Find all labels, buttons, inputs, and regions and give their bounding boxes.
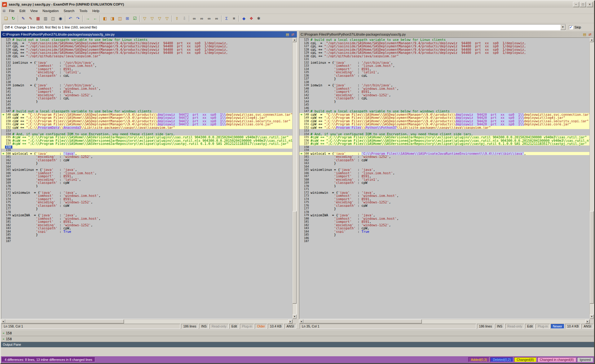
code-line: 180 'iomhost' : 'windows.iom.host',	[1, 217, 292, 220]
find-first-diff-button[interactable]: ∞	[191, 15, 198, 22]
minimize-button[interactable]: −	[573, 2, 579, 7]
menu-search[interactable]: Search	[61, 8, 77, 13]
table-view-button[interactable]: ⊞	[124, 15, 131, 22]
filter-changed-button[interactable]: ▽	[156, 15, 163, 22]
code-line: 143 'classpath' : cpL	[1, 97, 292, 100]
restore-button[interactable]: □	[580, 2, 586, 7]
line-number: 163	[303, 162, 311, 165]
menu-view[interactable]: View	[28, 8, 40, 13]
print-button[interactable]: ▥	[42, 15, 49, 22]
statistics-button[interactable]: Σ	[223, 15, 230, 22]
code-text: 'iomhost' : 'linux.iom.host',	[311, 64, 589, 67]
code-text: 'classpath' : cpL	[311, 97, 589, 100]
show-options-button[interactable]: ☑	[131, 15, 139, 22]
recompare-button[interactable]: ↻	[10, 15, 17, 22]
redo-button[interactable]: ↷	[74, 15, 82, 22]
filter-added-button[interactable]: ▽	[141, 15, 148, 22]
list-report-button[interactable]: ≡	[230, 15, 238, 22]
right-scroll-right-icon[interactable]: ►	[585, 319, 590, 323]
right-vscroll-track[interactable]	[590, 42, 594, 314]
left-edit-indicator[interactable]: Edit	[229, 324, 239, 329]
left-vscroll-thumb[interactable]	[293, 211, 297, 304]
menu-edit[interactable]: Edit	[17, 8, 28, 13]
left-hscroll-track[interactable]	[5, 319, 288, 323]
filter-deleted-button[interactable]: ▽	[148, 15, 156, 22]
left-hscrollbar[interactable]: ◄ ►	[1, 319, 297, 323]
marker-gutter	[299, 64, 303, 67]
close-button[interactable]: ×	[587, 2, 593, 7]
marker-gutter	[299, 116, 303, 119]
right-pane-header[interactable]: C:\Program Files\Python\Python37\Lib\sit…	[299, 31, 594, 37]
right-editor[interactable]: 125# build out a local classpath variabl…	[299, 37, 594, 319]
code-segment	[12, 178, 36, 181]
code-segment: 'encoding'	[334, 201, 354, 204]
filter-added-icon: ▽	[143, 16, 146, 21]
combo-dropdown-icon[interactable]: ▼	[560, 24, 566, 30]
left-scroll-up-icon[interactable]: ▲	[293, 38, 297, 42]
code-segment: 'classpath'	[36, 158, 58, 162]
code-segment: 'windows-1252'	[63, 155, 91, 158]
right-scroll-up-icon[interactable]: ▲	[590, 38, 594, 42]
menu-tools[interactable]: Tools	[77, 8, 90, 13]
right-edit-indicator[interactable]: Edit	[525, 324, 535, 329]
left-hscroll-thumb[interactable]	[5, 319, 124, 323]
save-button[interactable]: ▦	[34, 15, 42, 22]
left-scroll-left-icon[interactable]: ◄	[1, 319, 5, 323]
view-first-only-button[interactable]: ◧	[101, 15, 109, 22]
right-file-actions-icon[interactable]: ⇄	[587, 32, 593, 37]
filter-ignored-button[interactable]: ▽	[163, 15, 171, 22]
right-vscrollbar[interactable]: ▲ ▼	[589, 38, 594, 319]
colors-button[interactable]: ❖	[248, 15, 255, 22]
menu-file[interactable]: File	[7, 8, 17, 13]
undo-button[interactable]: ↶	[67, 15, 74, 22]
right-scroll-down-icon[interactable]: ▼	[590, 314, 594, 319]
left-open-file-icon[interactable]: ▤	[285, 32, 290, 37]
view-split-button[interactable]: ◫	[116, 15, 124, 22]
output-pane-caption[interactable]: Output Pane	[1, 342, 594, 347]
go-prev-button[interactable]: ←	[91, 15, 99, 22]
code-segment: ,	[524, 152, 526, 155]
left-scroll-down-icon[interactable]: ▼	[293, 314, 297, 319]
left-file-actions-icon[interactable]: ⇄	[290, 32, 295, 37]
right-open-file-icon[interactable]: ▤	[582, 32, 587, 37]
current-diff-combobox[interactable]: Diff 4: Change 1 line (160, first file) …	[3, 24, 566, 30]
code-segment: winiomwin = {	[12, 191, 40, 194]
find-next-diff-button[interactable]: ∞	[205, 15, 213, 22]
right-hscroll-track[interactable]	[303, 319, 585, 323]
options-button[interactable]: ✱	[255, 15, 262, 22]
right-scroll-left-icon[interactable]: ◄	[299, 319, 303, 323]
find-button[interactable]: ◉	[57, 15, 64, 22]
plugins-button[interactable]: ◆	[240, 15, 248, 22]
left-vscroll-track[interactable]	[293, 42, 297, 314]
find-prev-diff-button[interactable]: ∞	[198, 15, 205, 22]
titlebar[interactable]: ⇄ sascfg_sav.py | sascfg.py - ExamDiff P…	[1, 1, 594, 8]
left-vscrollbar[interactable]: ▲ ▼	[292, 38, 297, 319]
left-editor[interactable]: 125# build out a local classpath variabl…	[1, 37, 297, 319]
right-hscroll-thumb[interactable]	[303, 319, 422, 323]
next-diff-button[interactable]: ⇩	[181, 15, 188, 22]
code-segment	[311, 171, 334, 175]
edit-second-file-button[interactable]: ✎	[27, 15, 34, 22]
menu-help[interactable]: Help	[90, 8, 102, 13]
compare-button[interactable]: ❏	[2, 15, 10, 22]
right-pane-statusbar: Ln 35, Col 1 186 lines INS Read-only Edi…	[299, 323, 594, 329]
print-preview-button[interactable]: ◫	[49, 15, 57, 22]
code-segment: 'encoding'	[334, 178, 354, 181]
code-segment: 'windows-1252'	[63, 201, 91, 204]
menu-navigation[interactable]: Navigation	[40, 8, 61, 13]
right-hscrollbar[interactable]: ◄ ►	[299, 319, 594, 323]
view-second-only-button[interactable]: ◨	[109, 15, 116, 22]
code-segment: # build out a local classpath variable t…	[12, 110, 152, 113]
prev-diff-button[interactable]: ⇧	[173, 15, 181, 22]
go-next-button[interactable]: →	[84, 15, 91, 22]
code-segment: # And, if you've configured IOM to use E…	[12, 132, 175, 136]
left-scroll-right-icon[interactable]: ►	[288, 319, 293, 323]
code-segment	[311, 230, 334, 233]
line-number: 125	[303, 38, 311, 41]
find-last-diff-button[interactable]: ∞	[213, 15, 220, 22]
skip-checkbox[interactable]: ✓	[569, 25, 573, 29]
left-pane-header[interactable]: C:\Program Files\Python\Python37\Lib\sit…	[1, 31, 297, 37]
right-vscroll-thumb[interactable]	[590, 211, 594, 304]
edit-first-file-button[interactable]: ✎	[20, 15, 27, 22]
pane-splitter[interactable]	[297, 31, 299, 329]
